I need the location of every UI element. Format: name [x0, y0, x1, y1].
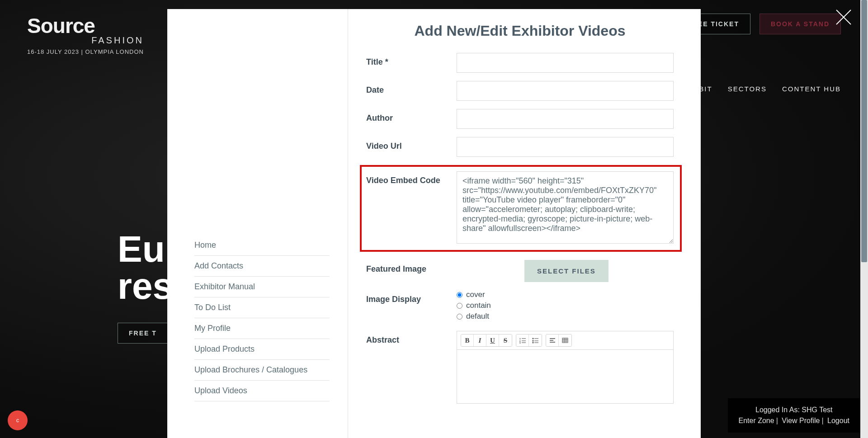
svg-rect-17 [562, 338, 568, 343]
radio-default-label: default [466, 312, 489, 321]
underline-icon[interactable]: U [486, 334, 499, 346]
header-actions: FREE TICKET BOOK A STAND [676, 14, 841, 34]
nav-item-content[interactable]: CONTENT HUB [782, 85, 841, 93]
input-date[interactable] [457, 81, 674, 101]
label-title: Title * [366, 53, 457, 67]
cookie-icon[interactable]: c [8, 410, 28, 430]
book-stand-button[interactable]: BOOK A STAND [760, 14, 841, 34]
svg-text:3: 3 [519, 342, 521, 344]
sidebar-item-exhibitor-manual[interactable]: Exhibitor Manual [194, 277, 330, 297]
modal-title: Add New/Edit Exhibitor Videos [366, 23, 674, 39]
nav-item-sectors[interactable]: SECTORS [728, 85, 767, 93]
scrollbar-thumb[interactable] [861, 0, 867, 262]
hero-line1: Eu [118, 228, 165, 269]
brand-block: Source FASHION 16-18 JULY 2023 | OLYMPIA… [27, 14, 144, 55]
close-icon[interactable] [835, 8, 853, 26]
ordered-list-icon[interactable]: 123 [516, 334, 529, 346]
login-bar: Logged In As: SHG Test Enter Zone| View … [728, 398, 861, 433]
modal-form: Add New/Edit Exhibitor Videos Title * Da… [348, 9, 701, 438]
field-title: Title * [366, 53, 674, 73]
logged-in-text: Logged In As: SHG Test [739, 405, 850, 415]
unordered-list-icon[interactable] [529, 334, 542, 346]
enter-zone-link[interactable]: Enter Zone [739, 417, 774, 424]
view-profile-link[interactable]: View Profile [782, 417, 820, 424]
input-title[interactable] [457, 53, 674, 73]
field-image-display: Image Display cover contain default [366, 290, 674, 323]
field-date: Date [366, 81, 674, 101]
sidebar-item-upload-videos[interactable]: Upload Videos [194, 381, 330, 401]
cookie-icon-label: c [16, 417, 19, 424]
modal: Home Add Contacts Exhibitor Manual To Do… [167, 9, 701, 438]
label-image-display: Image Display [366, 290, 457, 304]
field-author: Author [366, 109, 674, 129]
field-video-url: Video Url [366, 137, 674, 157]
sidebar-item-upload-products[interactable]: Upload Products [194, 339, 330, 360]
svg-point-12 [533, 342, 534, 344]
hero-cta[interactable]: FREE T [118, 323, 168, 344]
modal-sidebar: Home Add Contacts Exhibitor Manual To Do… [167, 9, 348, 438]
sidebar-item-todo[interactable]: To Do List [194, 297, 330, 318]
input-author[interactable] [457, 109, 674, 129]
field-featured-image: Featured Image SELECT FILES [366, 260, 674, 282]
input-video-url[interactable] [457, 137, 674, 157]
field-abstract: Abstract B I U S 123 [366, 331, 674, 404]
label-video-embed: Video Embed Code [366, 171, 457, 185]
table-icon[interactable] [559, 334, 571, 346]
svg-point-10 [533, 340, 534, 342]
label-date: Date [366, 81, 457, 95]
label-featured-image: Featured Image [366, 260, 457, 274]
textarea-video-embed[interactable] [457, 171, 674, 244]
radio-contain[interactable] [457, 303, 462, 309]
highlight-box: Video Embed Code [360, 165, 682, 252]
sidebar-item-my-profile[interactable]: My Profile [194, 318, 330, 339]
radio-contain-label: contain [466, 301, 491, 310]
italic-icon[interactable]: I [474, 334, 486, 346]
logout-link[interactable]: Logout [827, 417, 849, 424]
field-video-embed: Video Embed Code [366, 171, 674, 245]
hero: Eu res FREE T [118, 231, 173, 344]
svg-point-8 [533, 338, 534, 339]
page-scrollbar[interactable] [860, 0, 868, 438]
radio-cover-label: cover [466, 290, 485, 299]
align-icon[interactable] [546, 334, 559, 346]
label-video-url: Video Url [366, 137, 457, 151]
radio-cover[interactable] [457, 292, 462, 298]
brand-title: Source [27, 14, 144, 38]
label-abstract: Abstract [366, 331, 457, 345]
hero-line2: res [118, 265, 173, 306]
sidebar-item-home[interactable]: Home [194, 235, 330, 256]
select-files-button[interactable]: SELECT FILES [524, 260, 609, 282]
bold-icon[interactable]: B [461, 334, 474, 346]
editor-toolbar: B I U S 123 [457, 331, 674, 349]
label-author: Author [366, 109, 457, 123]
sidebar-item-upload-brochures[interactable]: Upload Brochures / Catalogues [194, 360, 330, 381]
brand-date: 16-18 JULY 2023 | OLYMPIA LONDON [27, 48, 144, 55]
strike-icon[interactable]: S [499, 334, 512, 346]
abstract-editor[interactable] [457, 349, 674, 404]
radio-default[interactable] [457, 314, 462, 320]
sidebar-item-add-contacts[interactable]: Add Contacts [194, 256, 330, 277]
